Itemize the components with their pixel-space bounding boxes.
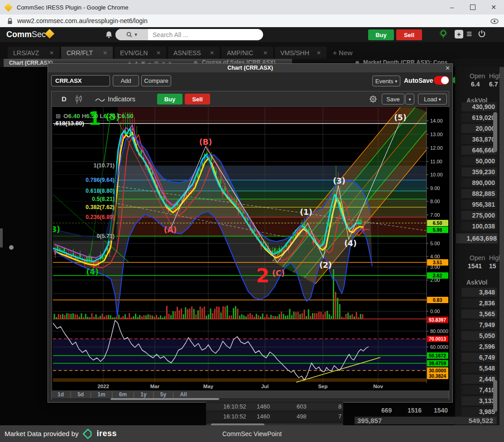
indicator-wave-icon <box>95 97 105 102</box>
compare-button[interactable]: Compare <box>141 75 171 86</box>
axis-tick: 11.00 <box>430 159 442 164</box>
range-5d[interactable]: 5d <box>72 391 90 398</box>
range-1m[interactable]: 1m <box>91 391 111 398</box>
chart-scrollbar[interactable] <box>52 398 449 400</box>
askvol-row: 882,885 <box>461 189 497 198</box>
chart-sell-button[interactable]: Sell <box>185 94 210 105</box>
ask-total: 549,522 <box>469 417 493 424</box>
ohlc-legend: O6.40 H6.50 L6.20 C6.50 <box>63 113 134 119</box>
events-dropdown[interactable]: Events ▾ <box>372 76 400 86</box>
add-button[interactable]: Add <box>113 75 139 86</box>
dialog-title[interactable]: Chart (CRR.ASX) <box>48 64 452 72</box>
wave-label: (C) <box>272 269 285 278</box>
askvol-row: 363,870 <box>461 135 497 144</box>
price-chart[interactable]: 1(5)(B)(A)2(C)(1)(2)(3)(4)(5)(4)3)⊞O6.40… <box>53 107 449 383</box>
chevron-down-icon: ▾ <box>134 32 137 38</box>
tab-evn-gln[interactable]: EVN/GLN✕ <box>115 47 166 59</box>
tab-close-icon[interactable]: ✕ <box>317 50 321 56</box>
tab-lrs-avz[interactable]: LRS/AVZ✕ <box>8 47 59 59</box>
price-tag: 93.8397 <box>429 317 446 323</box>
power-icon[interactable] <box>478 30 486 38</box>
chart-buy-button[interactable]: Buy <box>157 94 182 105</box>
autosave-toggle[interactable] <box>434 76 449 85</box>
search-scope-dropdown[interactable]: ▾ <box>115 29 148 40</box>
toggle-knob <box>441 76 449 84</box>
fib-top-label: .618(13.80) <box>54 120 84 127</box>
candlestick-style-icon[interactable] <box>75 95 82 104</box>
high-value: 6.7 <box>489 81 498 88</box>
time-label-mar: Mar <box>150 384 159 389</box>
sales-cell: 603 <box>297 403 307 410</box>
fib-label: 0.236(6.89) <box>86 214 115 220</box>
gear-icon[interactable] <box>369 95 378 104</box>
search-input[interactable]: Search All ... <box>153 31 188 38</box>
new-tab-button[interactable]: + New <box>333 47 353 59</box>
high-header: High <box>489 254 499 261</box>
sales-cell: 7 <box>338 413 341 420</box>
browser-urlbar[interactable]: www2.commsec.com.au/iressplugin-net6/log… <box>0 14 504 28</box>
fib-label: 0.786(9.64) <box>86 177 115 183</box>
depth-scrollbar-thumb[interactable] <box>493 112 497 152</box>
chart-scrollbar-thumb[interactable] <box>110 398 219 400</box>
axis-tick: 5.00 <box>430 241 440 246</box>
tab-label: CRR/FLT <box>67 49 93 57</box>
menu-icon[interactable]: ≡ <box>466 29 472 39</box>
tab-vms-shh[interactable]: VMS/SHH✕ <box>275 47 326 59</box>
right-edge-rail[interactable] <box>499 67 504 425</box>
interval-button[interactable]: D <box>62 95 67 103</box>
eye-icon[interactable] <box>490 19 499 24</box>
bell-icon[interactable] <box>105 31 113 38</box>
askvol-row: 359,230 <box>461 167 497 176</box>
lightbulb-icon[interactable] <box>439 29 447 39</box>
range-1y[interactable]: 1y <box>134 391 152 398</box>
wave-label: (2) <box>319 261 331 270</box>
minimize-button[interactable]: – <box>442 0 462 14</box>
depth-scrollbar-thumb[interactable] <box>493 380 497 412</box>
axis-tick: 80.0000 <box>430 328 448 334</box>
indicators-button[interactable]: Indicators <box>108 95 135 103</box>
tab-label: EVN/GLN <box>120 49 148 57</box>
url-text: www2.commsec.com.au/iressplugin-net6/log… <box>17 17 148 24</box>
range-all[interactable]: All <box>174 391 192 398</box>
tab-close-icon[interactable]: ✕ <box>156 50 161 56</box>
course-of-sales-window: 16:10:521460603816:10:5214604987 <box>206 402 343 423</box>
save-button[interactable]: Save <box>382 94 404 105</box>
tab-close-icon[interactable]: ✕ <box>210 50 214 56</box>
tab-close-icon[interactable]: ✕ <box>263 50 268 56</box>
sales-cell: 8 <box>338 403 341 410</box>
time-axis: 2022MarMayJulSepNov <box>53 383 449 390</box>
tab-asn-ess[interactable]: ASN/ESS✕ <box>168 47 220 59</box>
time-label-jul: Jul <box>261 384 269 389</box>
header-sell-button[interactable]: Sell <box>396 29 422 40</box>
dialog-close-icon[interactable]: ✕ <box>445 65 450 71</box>
left-splitter-handle[interactable] <box>0 228 3 247</box>
askvol-row: 275,000 <box>461 211 497 220</box>
time-label-2022: 2022 <box>97 384 109 389</box>
tab-amp-nic[interactable]: AMP/NIC✕ <box>221 47 273 59</box>
chart-frame: D Indicators Buy Sell Save ▾ <box>51 91 449 400</box>
maximize-button[interactable] <box>462 0 483 14</box>
fib-label: 1(10.71) <box>93 162 115 169</box>
range-1d[interactable]: 1d <box>52 391 70 398</box>
load-dropdown[interactable]: Load ▾ <box>418 94 447 105</box>
askvol-row: 3,133 <box>461 396 497 405</box>
range-6m[interactable]: 6m <box>113 391 133 398</box>
header-buy-button[interactable]: Buy <box>368 29 394 40</box>
wave-label: (3) <box>333 176 345 185</box>
symbol-input[interactable]: CRR.ASX <box>51 75 110 86</box>
tab-close-icon[interactable]: ✕ <box>103 50 107 56</box>
autosave-label: AutoSave <box>404 77 433 84</box>
axis-tick: 4.00 <box>430 254 440 259</box>
search-box[interactable]: ▾ Search All ... <box>115 29 263 40</box>
price-tag: 50.1672 <box>429 353 446 358</box>
add-widget-icon[interactable]: + <box>455 30 463 38</box>
tab-close-icon[interactable]: ✕ <box>49 50 54 56</box>
save-dropdown[interactable]: ▾ <box>405 94 414 105</box>
askvol-row: 2,596 <box>461 342 497 351</box>
close-button[interactable]: ✕ <box>483 0 504 14</box>
askvol-row: 6,749 <box>461 353 497 362</box>
sales-cell: 1460 <box>257 403 270 410</box>
range-5y[interactable]: 5y <box>154 391 172 398</box>
tab-crr-flt[interactable]: CRR/FLT✕ <box>61 47 113 59</box>
time-label-may: May <box>203 384 213 389</box>
